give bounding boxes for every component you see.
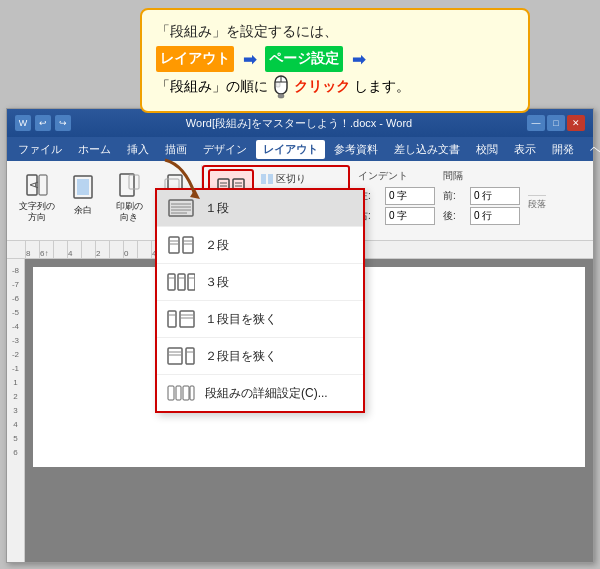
dropdown-icon-narrow-right (167, 345, 195, 367)
indent-left-row: 左: (358, 187, 435, 205)
side-ruler-n10: 2 (13, 389, 17, 403)
svg-rect-22 (261, 174, 266, 184)
svg-rect-47 (168, 348, 182, 364)
ribbon-btn-orientation[interactable]: 印刷の向き (107, 167, 151, 225)
ribbon-btn-textdirection[interactable]: A 文字列の方向 (15, 167, 59, 225)
side-ruler-n1: -8 (12, 263, 19, 277)
svg-rect-48 (186, 348, 194, 364)
svg-rect-52 (168, 386, 174, 400)
spacing-before-input[interactable] (470, 187, 520, 205)
dropdown-icon-narrow-left (167, 308, 195, 330)
dropdown-label-narrow-left: １段目を狭く (205, 311, 277, 328)
menu-dev[interactable]: 開発 (545, 140, 581, 159)
tooltip-line3: 「段組み」の順に クリック します。 (156, 75, 514, 99)
dropdown-item-1col[interactable]: １段 (157, 190, 363, 227)
tooltip-arrow1: ➡ (243, 46, 256, 73)
svg-rect-7 (39, 175, 47, 195)
undo-icon[interactable]: ↩ (35, 115, 51, 131)
side-ruler-n6: -3 (12, 333, 19, 347)
tooltip-line1: 「段組み」を設定するには、 (156, 20, 514, 44)
dropdown-item-narrow-left[interactable]: １段目を狭く (157, 301, 363, 338)
tooltip-kagiopen: 「 (156, 23, 170, 39)
tooltip-line2: レイアウト ➡ ページ設定 ➡ (156, 46, 514, 73)
dropdown-icon-3col (167, 271, 195, 293)
side-ruler-n8: -1 (12, 361, 19, 375)
window-controls: — □ ✕ (527, 115, 585, 131)
side-ruler-n12: 4 (13, 417, 17, 431)
menu-design[interactable]: デザイン (196, 140, 254, 159)
spacing-section: 間隔 前: 後: (443, 169, 520, 225)
ruler-4 (109, 241, 123, 259)
side-ruler-n5: -4 (12, 319, 19, 333)
dropdown-item-3col[interactable]: ３段 (157, 264, 363, 301)
side-ruler-n14: 6 (13, 445, 17, 459)
spacing-after-input[interactable] (470, 207, 520, 225)
svg-rect-4 (278, 94, 284, 98)
dropdown-label-3col: ３段 (205, 274, 229, 291)
menu-draw[interactable]: 描画 (158, 140, 194, 159)
side-ruler: -8 -7 -6 -5 -4 -3 -2 -1 1 2 3 4 5 6 (7, 259, 25, 562)
close-button[interactable]: ✕ (567, 115, 585, 131)
indent-left-input[interactable] (385, 187, 435, 205)
paragraph-label: 段落 (528, 195, 546, 211)
svg-rect-42 (168, 311, 176, 327)
menu-references[interactable]: 参考資料 (327, 140, 385, 159)
maximize-button[interactable]: □ (547, 115, 565, 131)
ribbon-btn-margin[interactable]: 余白 (61, 167, 105, 225)
ruler-2: 2 (95, 241, 109, 259)
indent-right-input[interactable] (385, 207, 435, 225)
menu-mailings[interactable]: 差し込み文書 (387, 140, 467, 159)
svg-rect-25 (169, 200, 193, 216)
tooltip-text1: を設定するには、 (226, 23, 338, 39)
side-ruler-n11: 3 (13, 403, 17, 417)
menu-view[interactable]: 表示 (507, 140, 543, 159)
svg-rect-2 (276, 82, 280, 87)
menu-insert[interactable]: 挿入 (120, 140, 156, 159)
word-icon: W (15, 115, 31, 131)
margin-icon (67, 171, 99, 203)
dropdown-label-settings: 段組みの詳細設定(C)... (205, 385, 328, 402)
ruler-m2: 4 (67, 241, 81, 259)
dropdown-item-narrow-right[interactable]: ２段目を狭く (157, 338, 363, 375)
side-ruler-n2: -7 (12, 277, 19, 291)
spacing-before-row: 前: (443, 187, 520, 205)
svg-rect-10 (120, 174, 134, 196)
indent-right-row: 右: (358, 207, 435, 225)
mouse-icon (272, 75, 290, 99)
dropdown-icon-1col (167, 197, 195, 219)
svg-rect-37 (178, 274, 185, 290)
tooltip-pagesetting-group: ページ設定 (265, 46, 343, 72)
svg-rect-30 (169, 237, 179, 253)
dropdown-item-2col[interactable]: ２段 (157, 227, 363, 264)
svg-text:A: A (29, 181, 40, 188)
dropdown-label-2col: ２段 (205, 237, 229, 254)
tooltip-shimasu: します。 (354, 75, 410, 99)
dropdown-icon-settings (167, 382, 195, 404)
title-bar-icons: W ↩ ↪ (15, 115, 71, 131)
tooltip-layout-tab: レイアウト (156, 46, 234, 72)
ruler-m6: 6↑ (39, 241, 53, 259)
minimize-button[interactable]: — (527, 115, 545, 131)
spacing-after-row: 後: (443, 207, 520, 225)
tooltip-arrow2: ➡ (352, 46, 365, 73)
dropdown-item-settings[interactable]: 段組みの詳細設定(C)... (157, 375, 363, 411)
ribbon-btn-kugiri[interactable]: 区切り (258, 171, 344, 187)
title-text: Word[段組み]をマスターしよう！.docx - Word (71, 116, 527, 131)
menu-review[interactable]: 校閲 (469, 140, 505, 159)
menu-help[interactable]: ヘル (583, 140, 600, 159)
ruler-m8: 8 (25, 241, 39, 259)
tooltip-box: 「段組み」を設定するには、 レイアウト ➡ ページ設定 ➡ 「段組み」の順に ク… (140, 8, 530, 113)
menu-file[interactable]: ファイル (11, 140, 69, 159)
redo-icon[interactable]: ↪ (55, 115, 71, 131)
svg-rect-38 (188, 274, 195, 290)
menu-layout[interactable]: レイアウト (256, 140, 325, 159)
ribbon-btn-textdirection-label: 文字列の方向 (19, 201, 55, 223)
menu-home[interactable]: ホーム (71, 140, 118, 159)
dropdown-label-1col: １段 (205, 200, 229, 217)
spacing-before-label: 前: (443, 189, 467, 203)
tooltip-click-text: クリック (294, 75, 350, 99)
svg-rect-23 (268, 174, 273, 184)
side-ruler-n9: 1 (13, 375, 17, 389)
svg-rect-53 (176, 386, 181, 400)
ribbon-right: インデント 左: 右: 間隔 前: 後: (350, 165, 589, 229)
